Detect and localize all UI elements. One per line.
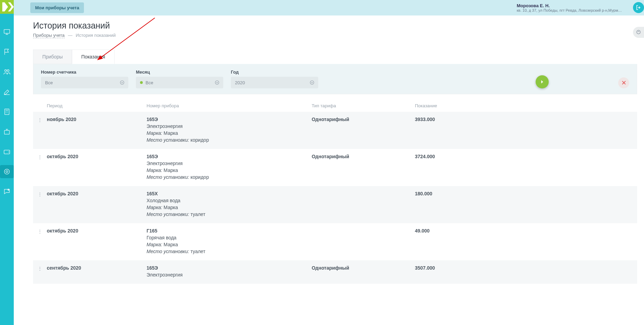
- row-menu-icon[interactable]: ⋮: [33, 191, 47, 197]
- table-row: ⋮ октябрь 2020 Г165 Горячая вода Марка: …: [33, 223, 637, 260]
- tabs: Приборы Показания: [33, 50, 637, 64]
- row-menu-icon[interactable]: ⋮: [33, 228, 47, 234]
- cell-device: 165Х Холодная вода Марка: Марка Место ус…: [147, 191, 312, 218]
- calculator-icon[interactable]: [0, 105, 14, 118]
- breadcrumb-sep: —: [68, 33, 72, 38]
- page-title: История показаний: [33, 21, 637, 31]
- users-icon[interactable]: [0, 65, 14, 78]
- cell-reading: 180.000: [415, 191, 511, 196]
- svg-point-7: [6, 171, 8, 173]
- user-name: Морозова Е. Н.: [517, 3, 623, 8]
- row-menu-icon[interactable]: ⋮: [33, 154, 47, 160]
- user-block[interactable]: Морозова Е. Н. кв. 10, д 37, ул Победы, …: [513, 2, 627, 14]
- filter-month-select[interactable]: Все: [136, 77, 223, 88]
- meters-icon[interactable]: [0, 165, 14, 178]
- cell-period: ноябрь 2020: [47, 117, 147, 122]
- row-menu-icon[interactable]: ⋮: [33, 265, 47, 271]
- dot-icon: [140, 81, 143, 84]
- breadcrumb: Приборы учета — История показаний: [33, 33, 637, 38]
- row-menu-icon[interactable]: ⋮: [33, 117, 47, 123]
- user-address: кв. 10, д 37, ул Победы, пгт Ревда, Лово…: [517, 8, 623, 12]
- cell-period: октябрь 2020: [47, 228, 147, 234]
- svg-point-10: [120, 81, 124, 85]
- monitor-icon[interactable]: [0, 25, 14, 39]
- logo-icon: [0, 0, 14, 14]
- cell-device: 165Э Электроэнергия Марка: Марка Место у…: [147, 117, 312, 144]
- terminal-icon[interactable]: [0, 125, 14, 138]
- breadcrumb-current: История показаний: [76, 33, 116, 38]
- col-reading: Показание: [415, 103, 511, 108]
- cell-period: октябрь 2020: [47, 154, 147, 159]
- filter-month-value: Все: [146, 80, 153, 85]
- table-row: ⋮ сентябрь 2020 165Э Электроэнергия Одно…: [33, 260, 637, 284]
- table-row: ⋮ октябрь 2020 165Х Холодная вода Марка:…: [33, 186, 637, 223]
- svg-point-11: [215, 81, 219, 85]
- svg-rect-4: [4, 130, 10, 134]
- svg-point-8: [8, 189, 10, 191]
- cell-reading: 3724.000: [415, 154, 511, 159]
- svg-point-12: [310, 81, 314, 85]
- svg-rect-0: [4, 30, 10, 33]
- cell-period: сентябрь 2020: [47, 265, 147, 271]
- breadcrumb-link[interactable]: Приборы учета: [33, 33, 65, 38]
- svg-rect-3: [5, 109, 9, 115]
- filter-year-label: Год: [231, 69, 318, 75]
- cell-tariff: Однотарифный: [312, 117, 415, 122]
- col-period: Период: [47, 103, 147, 108]
- filter-meter-label: Номер счетчика: [41, 69, 128, 75]
- svg-point-1: [5, 70, 7, 72]
- cell-tariff: Однотарифный: [312, 154, 415, 159]
- chevron-down-icon: [119, 80, 125, 85]
- col-tariff: Тип тарифа: [312, 103, 415, 108]
- clear-filter-button[interactable]: ✕: [618, 77, 629, 88]
- filter-meter-select[interactable]: Все: [41, 77, 128, 88]
- chat-icon[interactable]: [0, 185, 14, 198]
- filter-meter-value: Все: [45, 80, 53, 85]
- readings-table: Период Номер прибора Тип тарифа Показани…: [33, 101, 637, 284]
- table-row: ⋮ октябрь 2020 165Э Электроэнергия Марка…: [33, 149, 637, 186]
- col-device: Номер прибора: [147, 103, 312, 108]
- tab-readings[interactable]: Показания: [72, 50, 114, 64]
- apply-filter-button[interactable]: [536, 75, 549, 88]
- flag-icon[interactable]: [0, 45, 14, 58]
- my-meters-button[interactable]: Мои приборы учета: [30, 2, 84, 13]
- edit-icon[interactable]: [0, 85, 14, 98]
- table-header: Период Номер прибора Тип тарифа Показани…: [33, 101, 637, 112]
- cell-period: октябрь 2020: [47, 191, 147, 196]
- cell-reading: 3507.000: [415, 265, 511, 271]
- filter-year-value: 2020: [235, 80, 245, 85]
- cell-tariff: Однотарифный: [312, 265, 415, 271]
- svg-point-6: [4, 169, 10, 174]
- cell-reading: 49.000: [415, 228, 511, 234]
- wallet-icon[interactable]: [0, 145, 14, 158]
- cell-device: 165Э Электроэнергия Марка: Марка Место у…: [147, 154, 312, 181]
- filter-month-label: Месяц: [136, 69, 223, 75]
- table-row: ⋮ ноябрь 2020 165Э Электроэнергия Марка:…: [33, 112, 637, 149]
- svg-point-2: [7, 70, 9, 72]
- topbar: Мои приборы учета Морозова Е. Н. кв. 10,…: [14, 0, 644, 15]
- chevron-down-icon: [214, 80, 220, 85]
- filter-panel: Номер счетчика Все Месяц Все Год 2020 ✕: [33, 64, 637, 94]
- tab-devices[interactable]: Приборы: [33, 50, 72, 64]
- filter-year-select[interactable]: 2020: [231, 77, 318, 88]
- logout-icon[interactable]: [633, 2, 644, 13]
- cell-device: Г165 Горячая вода Марка: Марка Место уст…: [147, 228, 312, 256]
- cell-device: 165Э Электроэнергия: [147, 265, 312, 279]
- svg-point-9: [637, 30, 641, 34]
- chevron-down-icon: [309, 80, 315, 85]
- cell-reading: 3933.000: [415, 117, 511, 122]
- sidebar: [0, 0, 14, 325]
